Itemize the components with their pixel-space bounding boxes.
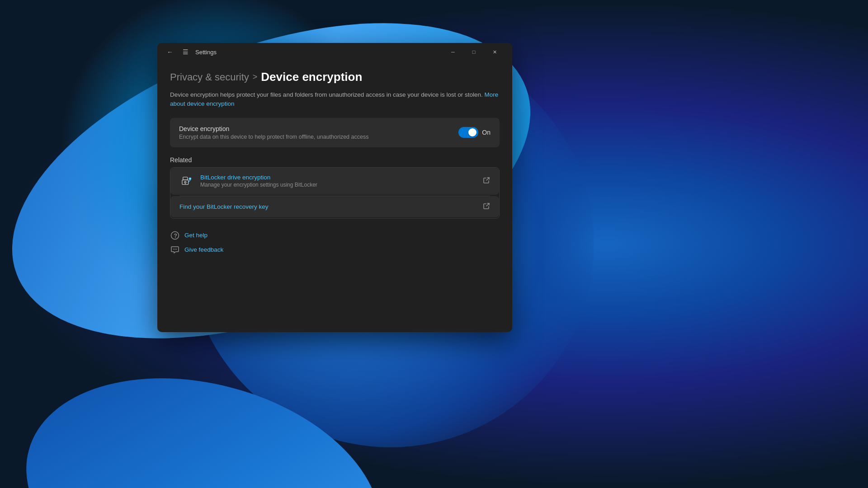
settings-window: ← ☰ Settings ─ □ ✕ Privacy & security > … — [157, 43, 512, 332]
breadcrumb: Privacy & security > Device encryption — [170, 70, 500, 84]
get-help-icon: ? — [170, 230, 180, 240]
title-bar-left: ← ☰ Settings — [165, 47, 443, 57]
bitlocker-desc: Manage your encryption settings using Bi… — [200, 182, 476, 188]
give-feedback-icon — [170, 245, 180, 255]
bitlocker-external-icon — [483, 177, 490, 185]
svg-rect-0 — [183, 177, 188, 179]
title-bar: ← ☰ Settings ─ □ ✕ — [157, 43, 512, 61]
breadcrumb-parent[interactable]: Privacy & security — [170, 71, 249, 83]
get-help-label: Get help — [184, 232, 208, 239]
related-heading: Related — [170, 156, 500, 164]
content-area: Privacy & security > Device encryption D… — [157, 61, 512, 332]
minimize-button[interactable]: ─ — [443, 45, 463, 59]
encryption-card-title: Device encryption — [179, 125, 458, 132]
window-title: Settings — [195, 49, 217, 56]
svg-point-2 — [184, 181, 186, 183]
encryption-card-desc: Encrypt data on this device to help prot… — [179, 134, 458, 140]
device-encryption-card: Device encryption Encrypt data on this d… — [170, 118, 500, 147]
recovery-key-title: Find your BitLocker recovery key — [179, 203, 476, 210]
related-items-container: ✓ BitLocker drive encryption Manage your… — [170, 167, 500, 219]
svg-point-8 — [173, 249, 174, 249]
toggle-state-label: On — [482, 129, 491, 136]
give-feedback-label: Give feedback — [184, 246, 223, 253]
bitlocker-card[interactable]: ✓ BitLocker drive encryption Manage your… — [170, 168, 499, 195]
get-help-link[interactable]: ? Get help — [170, 230, 500, 241]
window-controls: ─ □ ✕ — [443, 45, 505, 59]
breadcrumb-current: Device encryption — [261, 70, 362, 84]
svg-text:✓: ✓ — [189, 178, 191, 180]
encryption-card-text: Device encryption Encrypt data on this d… — [179, 125, 458, 140]
encryption-toggle[interactable] — [458, 127, 478, 138]
give-feedback-link[interactable]: Give feedback — [170, 244, 500, 256]
recovery-key-external-icon — [483, 202, 490, 211]
breadcrumb-separator: > — [253, 72, 258, 82]
encryption-toggle-wrapper: On — [458, 127, 491, 138]
close-button[interactable]: ✕ — [484, 45, 505, 59]
page-description: Device encryption helps protect your fil… — [170, 90, 500, 109]
menu-button[interactable]: ☰ — [180, 47, 191, 57]
help-links: ? Get help Give feedback — [170, 230, 500, 256]
svg-text:?: ? — [174, 233, 177, 239]
recovery-key-card[interactable]: Find your BitLocker recovery key — [170, 196, 499, 217]
back-button[interactable]: ← — [165, 47, 175, 57]
maximize-button[interactable]: □ — [463, 45, 484, 59]
svg-point-9 — [175, 249, 175, 249]
bitlocker-title: BitLocker drive encryption — [200, 174, 476, 181]
svg-point-10 — [176, 249, 177, 249]
bitlocker-icon: ✓ — [179, 174, 194, 188]
